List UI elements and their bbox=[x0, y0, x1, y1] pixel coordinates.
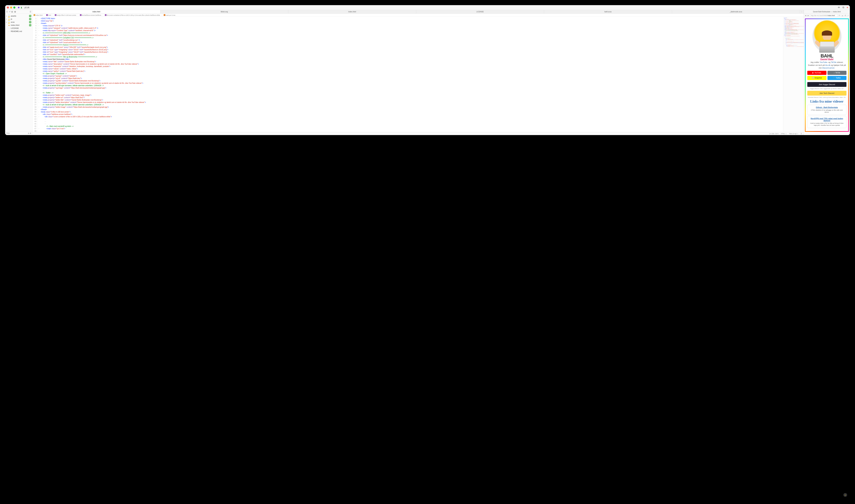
code-line[interactable]: <!DOCTYPE html> bbox=[41, 17, 783, 20]
code-line[interactable]: <!-- Open Graph / Facebook --> bbox=[41, 72, 783, 75]
crumb[interactable]: main.px-3.row bbox=[164, 14, 175, 16]
close-button[interactable] bbox=[7, 6, 9, 8]
crumb[interactable]: div.bahlbow-screen.bahlbow bbox=[80, 14, 101, 16]
code-line[interactable]: <body class="d-flex h-100 text-center"> bbox=[41, 111, 783, 113]
split-icon[interactable]: ⧉ bbox=[842, 6, 844, 9]
editor-tab[interactable]: _darkmode.scss bbox=[672, 10, 800, 14]
code-line[interactable]: <meta property="og:url" content="https:/… bbox=[41, 77, 783, 80]
code-line[interactable]: <meta property="twitter:description" con… bbox=[41, 101, 783, 104]
code-line[interactable]: <meta property="twitter:card" content="s… bbox=[41, 94, 783, 96]
code-line[interactable]: <meta name="robots" content="index, foll… bbox=[41, 68, 783, 70]
code-line[interactable]: ⋯ bbox=[41, 89, 783, 92]
sidebar-tool-2[interactable]: ↺ bbox=[9, 11, 11, 13]
tree-item[interactable]: ▫LICENSE bbox=[5, 27, 32, 30]
discord-tech-button[interactable]: Join Tech Discord bbox=[807, 91, 847, 95]
cursor-position[interactable]: Ln 130, Col 5 bbox=[769, 133, 779, 134]
add-icon[interactable]: + bbox=[847, 6, 848, 9]
code-line[interactable]: <head> bbox=[41, 22, 783, 24]
preview-icon[interactable]: 👁 bbox=[838, 6, 840, 9]
tree-item[interactable]: ▸▸📁scssA bbox=[5, 20, 32, 23]
code-line[interactable]: ⋯ bbox=[41, 118, 783, 120]
code-line[interactable]: ⋯ bbox=[41, 123, 783, 125]
code-line[interactable]: <!-- Main med overskrift og tekst --> bbox=[41, 125, 783, 128]
code-line[interactable]: <meta property="og:image" content="https… bbox=[41, 87, 783, 89]
code-line[interactable]: <link rel="manifest" href="/assets/fav/s… bbox=[41, 53, 783, 56]
social-button-snapchat[interactable]: 👻Snapchat bbox=[807, 76, 826, 80]
editor-tab[interactable]: bahl.scss bbox=[544, 10, 672, 14]
cloud-icon[interactable]: ☁ bbox=[841, 15, 843, 16]
editor-tab[interactable]: index.html bbox=[33, 10, 160, 14]
nav-back-icon[interactable]: ◀ bbox=[804, 15, 807, 16]
code-line[interactable]: <!--================= Title og Beskrivel… bbox=[41, 56, 783, 58]
code-line[interactable]: <!-- Twitter --> bbox=[41, 92, 783, 94]
link-card[interactable]: Github - Bahl BoilerplateHTML-skabelon t… bbox=[807, 105, 847, 115]
status-menu-icon[interactable]: ☰ bbox=[801, 133, 802, 134]
indent-mode[interactable]: Tabs (4 sp) ◇ bbox=[789, 133, 798, 134]
code-line[interactable]: <html lang="da"> bbox=[41, 20, 783, 22]
language-mode[interactable]: HTML ◇ bbox=[781, 133, 787, 134]
code-line[interactable]: <!-- husk at ændre til dit eget domæne, … bbox=[41, 85, 783, 87]
code-line[interactable]: <!--================= Favicon ==========… bbox=[41, 44, 783, 46]
code-line[interactable]: <meta name="title" content="Daniel Bahls… bbox=[41, 60, 783, 63]
social-button-youtube[interactable]: ▶YouTube bbox=[807, 71, 826, 75]
code-line[interactable]: <meta name="description" content="Denne … bbox=[41, 63, 783, 65]
sidebar-tool-1[interactable]: ☰ bbox=[6, 11, 8, 13]
crumb[interactable]: div.cover-container.d-flex.w-100.h-100.p… bbox=[105, 14, 160, 16]
zoom-button[interactable] bbox=[13, 6, 15, 8]
address-input[interactable]: http://air-m1.local:50650/index.html bbox=[810, 14, 838, 17]
editor-tab[interactable]: tiktok.svg bbox=[160, 10, 288, 14]
tree-item[interactable]: ▫README.md bbox=[5, 30, 32, 33]
code-line[interactable]: <meta http-equiv="Content-Type" content=… bbox=[41, 30, 783, 32]
social-button-tiktok[interactable]: ♪TikTok bbox=[827, 71, 847, 75]
code-line[interactable]: <link rel="apple-touch-icon" sizes="180x… bbox=[41, 46, 783, 49]
crumb[interactable]: html bbox=[46, 14, 51, 16]
minimize-button[interactable] bbox=[10, 6, 12, 8]
code-editor[interactable]: <!DOCTYPE html><html lang="da"><head> <m… bbox=[40, 17, 783, 132]
code-line[interactable]: <!--================= Compiled CSS =====… bbox=[41, 37, 783, 39]
code-line[interactable]: <meta name="author" content="Daniel Bahl… bbox=[41, 70, 783, 72]
editor-tab[interactable]: ⋮ bbox=[800, 10, 804, 14]
code-line[interactable]: <title>Daniel Bahl Boilerplate</title> bbox=[41, 58, 783, 60]
filter-input[interactable]: Filter bbox=[6, 132, 10, 134]
tree-item[interactable]: ◆index.htmlA bbox=[5, 23, 32, 27]
code-line[interactable]: ⋯ bbox=[41, 120, 783, 123]
link-card[interactable]: NordVPN med 73% rabat med koden darknetH… bbox=[807, 116, 847, 128]
code-line[interactable]: <main class="px-3 row"> bbox=[41, 128, 783, 130]
reload-icon[interactable]: ⟳ bbox=[838, 15, 840, 16]
code-line[interactable]: <meta property="og:description" content=… bbox=[41, 82, 783, 85]
sidebar-tool-4[interactable]: ▦ bbox=[14, 11, 16, 13]
code-line[interactable]: <!--================= UNICONS ==========… bbox=[41, 32, 783, 34]
code-line[interactable]: </head> bbox=[41, 108, 783, 111]
code-line[interactable]: <meta property="twitter:image" content="… bbox=[41, 106, 783, 108]
code-line[interactable]: <div class="bahlbow-screen bahlbow"> bbox=[41, 113, 783, 115]
code-line[interactable]: <div class="cover-container d-flex w-100… bbox=[41, 115, 783, 118]
code-line[interactable]: <link rel="icon" type="image/png" sizes=… bbox=[41, 49, 783, 51]
code-line[interactable]: <link rel="icon" type="image/png" sizes=… bbox=[41, 51, 783, 53]
editor-tab[interactable]: index.html bbox=[288, 10, 416, 14]
filter-settings-icon[interactable]: ⊖ ⚙ bbox=[28, 132, 31, 134]
code-line[interactable]: ⋯ bbox=[41, 130, 783, 132]
code-line[interactable]: <meta charset="UTF-8" /> bbox=[41, 24, 783, 27]
crumb[interactable]: index.html bbox=[34, 14, 42, 16]
expand-icon[interactable]: ⤢ bbox=[847, 15, 849, 16]
code-line[interactable]: <!-- husk at ændre til dit eget domæne, … bbox=[41, 104, 783, 106]
minimap[interactable]: <!DOCTYPE html><html lang="da"><head> <m… bbox=[783, 17, 804, 132]
editor-tab[interactable]: LICENSE bbox=[416, 10, 544, 14]
crumb[interactable]: body.d-flex.h-100.text-center bbox=[55, 14, 76, 16]
code-line[interactable]: <meta property="og:title" content="Danie… bbox=[41, 80, 783, 82]
code-line[interactable]: <meta property="twitter:url" content="ht… bbox=[41, 96, 783, 99]
sidebar-tool-5[interactable]: ☰ bbox=[30, 11, 31, 13]
code-line[interactable]: <link rel="stylesheet" href="https://uni… bbox=[41, 34, 783, 37]
code-line[interactable]: <link rel="stylesheet" href="scss/bootst… bbox=[41, 39, 783, 41]
nav-fwd-icon[interactable]: ▶ bbox=[807, 15, 809, 16]
code-line[interactable]: <meta property="og:type" content="websit… bbox=[41, 75, 783, 77]
preview-body[interactable]: BAHL Daniel Bahl Jeg crafter YouTube- og… bbox=[804, 17, 850, 135]
code-line[interactable]: <meta property="twitter:title" content="… bbox=[41, 99, 783, 101]
discord-hygge-button[interactable]: Join Hygge Discord bbox=[807, 82, 847, 87]
code-line[interactable]: <meta name="viewport" content="width=dev… bbox=[41, 27, 783, 30]
sidebar-tool-3[interactable]: ◧ bbox=[12, 11, 13, 13]
code-line[interactable]: <meta name="keywords" content="skeletton… bbox=[41, 65, 783, 68]
code-line[interactable]: <link rel="stylesheet" href="scss/custom… bbox=[41, 41, 783, 44]
social-button-twitter[interactable]: 🐦Twitter bbox=[827, 76, 847, 80]
settings-icon[interactable]: ⚙ bbox=[844, 15, 847, 16]
